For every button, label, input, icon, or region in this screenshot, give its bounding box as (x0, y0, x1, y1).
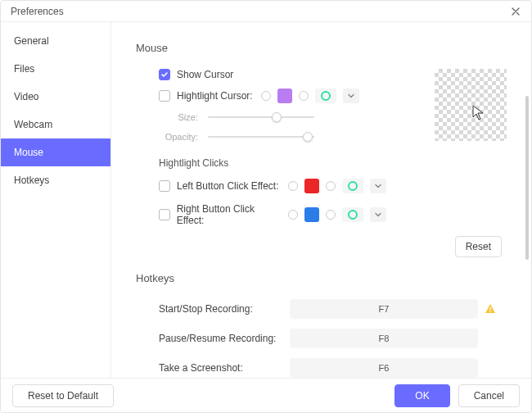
cursor-preview (435, 69, 507, 141)
svg-rect-0 (489, 307, 490, 311)
right-click-ring-radio[interactable] (326, 210, 336, 220)
hotkey-row-screenshot: Take a Screenshot: F6 (159, 358, 507, 378)
hotkey-input-pause-resume[interactable]: F8 (290, 329, 478, 348)
sidebar-item-webcam[interactable]: Webcam (1, 111, 110, 138)
sidebar-item-files[interactable]: Files (1, 55, 110, 83)
sidebar-item-general[interactable]: General (1, 27, 110, 55)
hotkey-label: Pause/Resume Recording: (159, 333, 290, 344)
right-click-row: Right Button Click Effect: (159, 203, 507, 226)
right-click-dropdown[interactable] (370, 207, 386, 222)
left-click-dropdown[interactable] (370, 179, 386, 193)
highlight-cursor-color-swatch[interactable] (277, 88, 292, 103)
hotkey-label: Take a Screenshot: (159, 362, 290, 374)
titlebar: Preferences (1, 1, 531, 22)
ring-icon (348, 210, 358, 220)
hotkey-row-start-stop: Start/Stop Recording: F7 (159, 299, 507, 319)
cancel-button[interactable]: Cancel (458, 384, 520, 407)
sidebar: General Files Video Webcam Mouse Hotkeys (1, 22, 111, 378)
highlight-cursor-label: Hightlight Cursor: (177, 90, 253, 102)
content-panel: Mouse Show Cursor Hightlight Cur (111, 22, 531, 378)
opacity-slider[interactable] (208, 131, 314, 143)
left-click-ring-radio[interactable] (326, 181, 336, 191)
hotkey-row-pause-resume: Pause/Resume Recording: F8 (159, 329, 507, 348)
body: General Files Video Webcam Mouse Hotkeys… (1, 22, 531, 378)
sidebar-item-hotkeys[interactable]: Hotkeys (1, 166, 110, 194)
right-click-ring-swatch[interactable] (342, 207, 363, 222)
left-click-row: Left Button Click Effect: (159, 179, 507, 193)
scrollbar[interactable] (525, 96, 529, 260)
footer: Reset to Default OK Cancel (1, 378, 531, 412)
sidebar-item-video[interactable]: Video (1, 83, 110, 111)
hotkeys-block: Start/Stop Recording: F7 Pause/Resume Re… (159, 299, 507, 378)
right-click-label: Right Button Click Effect: (177, 203, 282, 226)
cursor-icon (472, 105, 485, 124)
reset-to-default-button[interactable]: Reset to Default (12, 384, 114, 407)
reset-button[interactable]: Reset (455, 236, 502, 257)
size-slider[interactable] (208, 111, 314, 123)
hotkey-label: Start/Stop Recording: (159, 303, 290, 315)
right-click-color-radio[interactable] (288, 210, 298, 220)
reset-row: Reset (136, 236, 507, 257)
highlight-cursor-ring-radio[interactable] (299, 91, 309, 101)
highlight-cursor-ring-swatch[interactable] (315, 88, 336, 103)
ring-icon (348, 181, 358, 191)
warning-icon (485, 303, 496, 315)
show-cursor-checkbox[interactable] (159, 69, 170, 80)
right-click-checkbox[interactable] (159, 209, 170, 220)
svg-rect-1 (489, 311, 490, 311)
ring-icon (321, 91, 331, 101)
left-click-checkbox[interactable] (159, 180, 170, 192)
left-click-ring-swatch[interactable] (342, 179, 363, 193)
show-cursor-label: Show Cursor (177, 69, 233, 80)
close-icon[interactable] (510, 6, 521, 17)
opacity-label: Opacity: (159, 132, 198, 142)
hotkey-input-screenshot[interactable]: F6 (290, 358, 478, 378)
highlight-cursor-checkbox[interactable] (159, 90, 170, 102)
section-title-hotkeys: Hotkeys (136, 272, 507, 284)
highlight-cursor-dropdown[interactable] (343, 88, 359, 103)
right-click-color-swatch[interactable] (304, 207, 319, 222)
left-click-label: Left Button Click Effect: (177, 180, 279, 192)
section-title-mouse: Mouse (136, 42, 507, 54)
highlight-cursor-color-radio[interactable] (261, 91, 271, 101)
window-title: Preferences (11, 6, 64, 17)
mouse-settings: Show Cursor Hightlight Cursor: Size: (136, 69, 507, 257)
sidebar-item-mouse[interactable]: Mouse (1, 138, 110, 166)
highlight-clicks-heading: Hightlight Clicks (159, 157, 507, 169)
size-label: Size: (159, 112, 198, 122)
left-click-color-swatch[interactable] (304, 179, 319, 193)
left-click-color-radio[interactable] (288, 181, 298, 191)
ok-button[interactable]: OK (394, 384, 449, 407)
hotkey-input-start-stop[interactable]: F7 (290, 299, 478, 319)
